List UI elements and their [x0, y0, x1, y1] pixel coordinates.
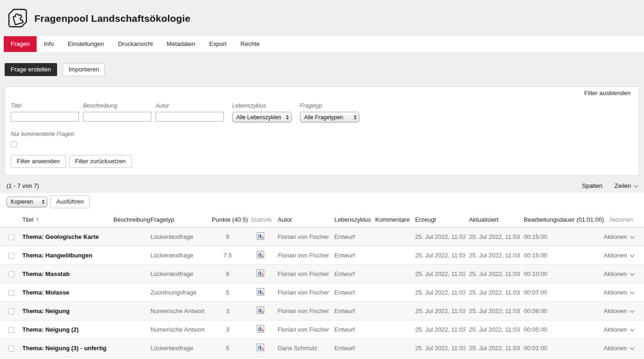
question-author: Florian von Fischer: [274, 283, 331, 302]
column-header-aktualisiert[interactable]: Aktualisiert: [465, 211, 520, 228]
tab-export[interactable]: Export: [202, 36, 234, 52]
column-header-kommentare[interactable]: Kommentare: [371, 211, 411, 228]
row-actions-button[interactable]: Aktionen: [604, 270, 634, 277]
commented-filter-checkbox[interactable]: [11, 141, 17, 147]
row-actions-button[interactable]: Aktionen: [604, 289, 634, 296]
chevron-down-icon: [630, 253, 634, 257]
filter-field-label: Beschreibung: [83, 103, 151, 109]
question-comments: [371, 265, 411, 283]
question-title: Thema: Neigung (3) - unfertig: [22, 345, 106, 352]
column-header-bearbeitungsdauer-01-01-00[interactable]: Bearbeitungsdauer (01:01:00): [520, 211, 600, 228]
statistics-icon[interactable]: [257, 269, 264, 277]
create-question-button[interactable]: Frage erstellen: [5, 63, 57, 76]
row-actions-button[interactable]: Aktionen: [604, 252, 634, 259]
row-actions-label: Aktionen: [604, 308, 627, 314]
row-checkbox[interactable]: [8, 346, 14, 352]
table-row: Thema: Hangwölbungen Lückentextfrage 7.5…: [0, 246, 644, 265]
column-header-punkte-40-5[interactable]: Punkte (40.5): [208, 211, 247, 228]
question-author: Florian von Fischer: [274, 265, 331, 283]
row-actions-button[interactable]: Aktionen: [604, 233, 634, 240]
table-body: Thema: Geologische Karte Lückentextfrage…: [0, 228, 644, 358]
bulk-action-select-top[interactable]: Kopieren: [7, 197, 47, 207]
question-description: [110, 246, 147, 265]
select-arrows-icon: [286, 115, 289, 120]
row-checkbox[interactable]: [8, 253, 14, 259]
filter-select-lebenszyklus[interactable]: Alle Lebenszyklen: [232, 112, 292, 122]
question-points: 8: [208, 265, 247, 283]
select-value: Alle Fragetypen: [304, 114, 343, 121]
table-row: Thema: Neigung (2) Numerische Antwort 3 …: [0, 321, 644, 339]
question-table: Titel↑BeschreibungFragetypPunkte (40.5)S…: [0, 211, 644, 358]
tab-info[interactable]: Info: [37, 36, 61, 52]
question-title: Thema: Geologische Karte: [22, 233, 99, 240]
filter-hide-link[interactable]: Filter ausblenden: [584, 90, 631, 96]
tab-metadaten[interactable]: Metadaten: [160, 36, 202, 52]
row-checkbox[interactable]: [8, 234, 14, 240]
statistics-icon[interactable]: [257, 325, 264, 333]
table-row: Thema: Neigung Numerische Antwort 3 Flor…: [0, 302, 644, 321]
question-duration: 00:01:00: [520, 339, 600, 358]
question-lifecycle: Entwurf: [331, 228, 371, 246]
row-checkbox[interactable]: [8, 271, 14, 277]
filter-apply-button[interactable]: Filter anwenden: [11, 155, 66, 168]
chevron-down-icon: [634, 183, 638, 188]
filter-field-lebenszyklus: LebenszyklusAlle Lebenszyklen: [232, 103, 292, 122]
question-comments: [371, 246, 411, 265]
question-points: 9: [208, 228, 247, 246]
question-created: 25. Jul 2022, 11:03: [411, 302, 465, 321]
columns-link[interactable]: Spalten: [582, 182, 602, 189]
row-checkbox[interactable]: [8, 327, 14, 333]
statistics-icon[interactable]: [257, 232, 264, 240]
row-actions-button[interactable]: Aktionen: [604, 308, 634, 314]
question-type: Lückentextfrage: [147, 228, 208, 246]
filter-reset-button[interactable]: Filter zurücksetzen: [69, 155, 132, 168]
select-arrows-icon: [42, 199, 45, 204]
column-header-autor[interactable]: Autor: [274, 211, 331, 228]
chevron-down-icon: [630, 271, 634, 276]
tab-fragen[interactable]: Fragen: [4, 36, 37, 52]
row-checkbox[interactable]: [8, 308, 14, 314]
column-header-fragetyp[interactable]: Fragetyp: [147, 211, 208, 228]
row-actions-button[interactable]: Aktionen: [604, 326, 634, 333]
question-author: Florian von Fischer: [274, 228, 331, 246]
chevron-down-icon: [630, 346, 634, 350]
column-header-titel[interactable]: Titel↑: [19, 211, 110, 228]
question-created: 25. Jul 2022, 11:03: [411, 321, 465, 339]
column-header-erzeugt[interactable]: Erzeugt: [411, 211, 465, 228]
statistics-icon[interactable]: [257, 288, 264, 295]
row-checkbox[interactable]: [8, 290, 14, 296]
question-created: 25. Jul 2022, 11:03: [411, 265, 465, 283]
question-description: [110, 339, 147, 358]
tab-rechte[interactable]: Rechte: [234, 36, 267, 52]
filter-panel: Filter ausblenden TitelBeschreibungAutor…: [5, 86, 639, 176]
question-duration: 00:15:00: [520, 228, 600, 246]
row-actions-label: Aktionen: [604, 270, 627, 277]
question-duration: 00:08:00: [520, 302, 600, 321]
question-table-block: Kopieren Ausführen Titel↑BeschreibungFra…: [0, 193, 644, 359]
statistics-icon[interactable]: [257, 251, 264, 258]
filter-select-fragetyp[interactable]: Alle Fragetypen: [300, 112, 359, 122]
rows-link[interactable]: Zeilen: [615, 182, 637, 189]
row-actions-button[interactable]: Aktionen: [604, 345, 634, 352]
statistics-icon[interactable]: [257, 307, 264, 314]
statistics-icon[interactable]: [257, 344, 264, 351]
header-checkbox-spacer: [0, 211, 19, 228]
filter-input-autor[interactable]: [156, 112, 224, 122]
rows-link-label: Zeilen: [615, 182, 631, 189]
filter-input-beschreibung[interactable]: [83, 112, 151, 122]
range-label-top: (1 - 7 von 7): [7, 182, 39, 189]
filter-input-titel[interactable]: [11, 112, 79, 122]
row-actions-label: Aktionen: [604, 289, 627, 296]
filter-field-label: Titel: [11, 103, 79, 109]
question-type: Lückentextfrage: [147, 246, 208, 265]
question-updated: 25. Jul 2022, 11:03: [465, 283, 520, 302]
tab-einstellungen[interactable]: Einstellungen: [61, 36, 111, 52]
column-header-beschreibung[interactable]: Beschreibung: [110, 211, 147, 228]
page-title: Fragenpool Landschaftsökologie: [34, 13, 190, 24]
question-comments: [371, 228, 411, 246]
tab-druckansicht[interactable]: Druckansicht: [111, 36, 160, 52]
import-button[interactable]: Importieren: [63, 63, 105, 76]
execute-button-top[interactable]: Ausführen: [50, 195, 90, 208]
column-header-lebenszyklus[interactable]: Lebenszyklus: [331, 211, 371, 228]
question-author: Daria Schmutz: [274, 339, 331, 358]
